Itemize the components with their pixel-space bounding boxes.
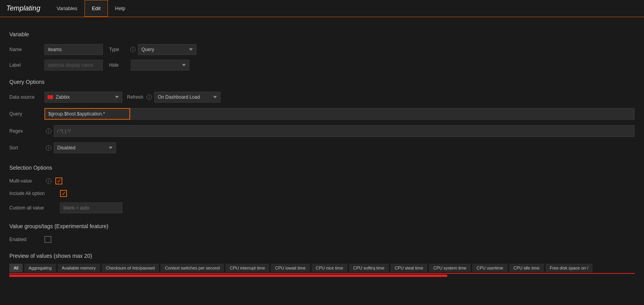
multi-value-info-icon[interactable]: i	[46, 178, 51, 184]
include-all-label: Include All option	[9, 191, 60, 196]
multi-value-label: Multi-value	[9, 178, 44, 184]
preview-tab-cpu-steal[interactable]: CPU steal time	[390, 264, 427, 272]
selection-options-title: Selection Options	[9, 165, 635, 171]
sort-label: Sort	[9, 145, 44, 151]
preview-tab-aggregating[interactable]: Aggregating	[24, 264, 56, 272]
preview-tab-cpu-softirq[interactable]: CPU softirq time	[349, 264, 389, 272]
datasource-label: Data source	[9, 94, 44, 100]
hide-select[interactable]: Label Variable	[131, 60, 189, 71]
datasource-select[interactable]: Zabbix	[44, 92, 122, 103]
query-input[interactable]	[44, 108, 130, 120]
enabled-checkbox[interactable]	[44, 236, 51, 243]
regex-input[interactable]	[54, 125, 635, 137]
preview-tab-cpu-interrupt[interactable]: CPU interrupt time	[226, 264, 269, 272]
refresh-info-icon[interactable]: i	[146, 94, 152, 100]
refresh-label: Refresh	[127, 94, 143, 100]
type-select[interactable]: Query Custom Constant	[138, 44, 196, 55]
name-label: Name	[9, 47, 44, 52]
multi-value-checkbox[interactable]	[55, 177, 62, 184]
label-input[interactable]	[44, 60, 103, 71]
enabled-label: Enabled	[9, 237, 44, 242]
preview-tab-cpu-iowait[interactable]: CPU iowait time	[271, 264, 310, 272]
value-groups-section: Value groups/tags (Experimental feature)…	[9, 223, 635, 245]
value-groups-title: Value groups/tags (Experimental feature)	[9, 223, 635, 229]
query-input-extra[interactable]	[130, 108, 635, 120]
include-all-checkbox[interactable]	[60, 190, 67, 197]
refresh-select[interactable]: On Dashboard Load Never On Time Range Ch…	[154, 92, 221, 103]
query-label: Query	[9, 111, 44, 117]
query-options-title: Query Options	[9, 79, 635, 85]
tab-edit[interactable]: Edit	[85, 0, 108, 17]
top-bar: Templating Variables Edit Help	[0, 0, 644, 17]
tab-help[interactable]: Help	[108, 0, 132, 17]
name-input[interactable]	[44, 44, 103, 55]
red-progress-bar	[9, 275, 447, 277]
preview-tab-available-memory[interactable]: Available memory	[58, 264, 100, 272]
app-title: Templating	[6, 4, 40, 12]
label-label: Label	[9, 62, 44, 68]
hide-label: Hide	[109, 62, 129, 68]
preview-tab-cpu-usertime[interactable]: CPU usertime	[472, 264, 507, 272]
variable-section: Variable Name Type i Query Custom Consta…	[9, 31, 635, 73]
preview-tab-all[interactable]: All	[9, 264, 23, 272]
preview-tab-cpu-idle[interactable]: CPU idle time	[509, 264, 544, 272]
preview-tab-checksum[interactable]: Checksum of /etc/passwd	[102, 264, 159, 272]
preview-title: Preview of values (shows max 20)	[9, 253, 635, 259]
tab-variables[interactable]: Variables	[49, 0, 84, 17]
custom-all-input[interactable]	[60, 202, 122, 213]
preview-tab-context-switches[interactable]: Context switches per second	[161, 264, 224, 272]
preview-section: Preview of values (shows max 20) All Agg…	[9, 253, 635, 277]
regex-info-icon[interactable]: i	[46, 128, 51, 134]
selection-options-section: Selection Options Multi-value i Include …	[9, 165, 635, 215]
query-options-section: Query Options Data source Zabbix Refresh…	[9, 79, 635, 155]
preview-tab-free-disk[interactable]: Free disk space on /	[545, 264, 593, 272]
sort-info-icon[interactable]: i	[46, 145, 51, 151]
preview-tabs: All Aggregating Available memory Checksu…	[9, 264, 635, 274]
regex-label: Regex	[9, 128, 44, 134]
variable-section-title: Variable	[9, 31, 635, 37]
type-info-icon[interactable]: i	[130, 47, 136, 52]
preview-tab-cpu-system[interactable]: CPU system time	[429, 264, 471, 272]
nav-tabs: Variables Edit Help	[49, 0, 132, 17]
type-label: Type	[109, 47, 129, 52]
custom-all-label: Custom all value	[9, 205, 60, 211]
preview-tab-cpu-nice[interactable]: CPU nice time	[312, 264, 348, 272]
sort-select[interactable]: Disabled Alphabetical (asc) Alphabetical…	[54, 142, 116, 153]
